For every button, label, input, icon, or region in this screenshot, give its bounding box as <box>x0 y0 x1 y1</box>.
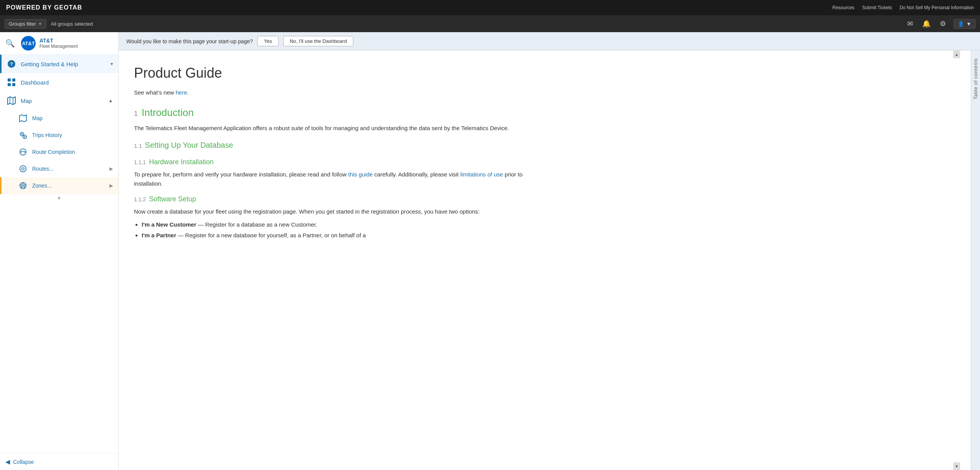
svg-marker-11 <box>20 115 26 122</box>
svg-point-18 <box>21 151 22 153</box>
svg-point-19 <box>24 151 26 153</box>
yes-button[interactable]: Yes <box>257 36 278 46</box>
sidebar: 🔍 AT&T AT&T Fleet Management <box>0 32 119 470</box>
route-completion-label: Route Completion <box>32 149 75 155</box>
routes-icon <box>18 164 28 173</box>
route-completion-icon <box>18 147 28 157</box>
user-menu-button[interactable]: 👤 ▼ <box>954 19 975 29</box>
zones-label: Zones... <box>32 183 105 189</box>
section-1-1-2-list: I'm a New Customer — Register for a data… <box>142 220 524 240</box>
svg-marker-8 <box>8 97 15 104</box>
nav-subitem-zones[interactable]: Zones... ▶ <box>0 177 118 194</box>
all-groups-text: All groups selected <box>51 21 93 27</box>
resources-link[interactable]: Resources <box>833 5 854 10</box>
trips-history-icon <box>18 131 28 140</box>
dashboard-label: Dashboard <box>21 79 113 86</box>
brand-area: Powered by GEOTAB <box>6 4 82 11</box>
svg-rect-7 <box>12 83 15 86</box>
scroll-down-arrow[interactable]: ▼ <box>953 462 960 470</box>
top-bar: Powered by GEOTAB Resources Submit Ticke… <box>0 0 980 15</box>
zones-icon <box>18 181 28 190</box>
groups-filter-label: Groups filter <box>9 21 36 27</box>
getting-started-icon: ? <box>7 59 16 69</box>
top-nav-links: Resources Submit Tickets Do Not Sell My … <box>833 5 974 10</box>
trips-history-label: Trips History <box>32 132 62 138</box>
here-link[interactable]: here <box>176 89 187 96</box>
search-icon[interactable]: 🔍 <box>5 39 15 48</box>
bell-icon-button[interactable]: 🔔 <box>921 18 932 29</box>
map-sub-label: Map <box>32 115 42 121</box>
mail-icon-button[interactable]: ✉ <box>906 18 915 29</box>
nav-subitem-trips-history[interactable]: Trips History <box>0 127 118 144</box>
powered-by-text: Powered by <box>6 4 52 11</box>
section-1-1-title: Setting Up Your Database <box>145 139 233 151</box>
doc-content: Product Guide See what's new here. 1 Int… <box>119 51 540 257</box>
map-sub-icon <box>18 114 28 123</box>
user-icon: 👤 <box>958 21 964 27</box>
zones-arrow: ▶ <box>109 183 113 188</box>
nav-subitem-map[interactable]: Map <box>0 110 118 127</box>
company-subtitle: Fleet Management <box>39 44 78 49</box>
section-1-1-2-header: 1.1.2 Software Setup <box>134 194 524 205</box>
toc-sidebar[interactable]: Table of contents <box>971 51 980 470</box>
section-1-1-1-header: 1.1.1 Hardware Installation <box>134 157 524 168</box>
subtitle: See what's new here. <box>134 88 524 97</box>
svg-point-24 <box>22 185 24 186</box>
section-1-number: 1 <box>134 108 138 119</box>
svg-text:AT&T: AT&T <box>22 41 35 46</box>
nav-subitem-route-completion[interactable]: Route Completion <box>0 144 118 160</box>
section-1-1-2-title: Software Setup <box>149 194 196 205</box>
section-1-1-1-body: To prepare for, perform and verify your … <box>134 170 524 188</box>
svg-point-13 <box>21 133 23 135</box>
settings-icon-button[interactable]: ⚙ <box>938 18 947 29</box>
svg-rect-6 <box>8 83 11 86</box>
content-scroll[interactable]: Product Guide See what's new here. 1 Int… <box>119 51 971 470</box>
company-info: AT&T Fleet Management <box>39 38 78 49</box>
user-chevron: ▼ <box>966 21 971 27</box>
getting-started-label: Getting Started & Help <box>21 61 106 67</box>
filter-bar: Groups filter ▼ All groups selected ✉ 🔔 … <box>0 15 980 32</box>
geotab-brand: GEOTAB <box>54 4 82 11</box>
section-1-1-2-number: 1.1.2 <box>134 195 146 204</box>
scroll-down-indicator: ▼ <box>0 194 118 202</box>
startup-banner: Would you like to make this page your st… <box>119 32 980 51</box>
this-guide-link[interactable]: this guide <box>348 171 372 178</box>
collapse-icon: ◀ <box>5 458 10 465</box>
list-item-partner: I'm a Partner — Register for a new datab… <box>142 231 524 240</box>
section-1-body: The Telematics Fleet Management Applicat… <box>134 124 524 133</box>
nav-subitem-routes[interactable]: Routes... ▶ <box>0 160 118 177</box>
map-chevron: ▲ <box>108 98 113 103</box>
company-logo: AT&T <box>21 36 36 51</box>
geotab-logo: Powered by GEOTAB <box>6 4 82 11</box>
subtitle-text: See what's new <box>134 89 176 96</box>
subtitle-suffix: . <box>187 89 189 96</box>
submit-tickets-link[interactable]: Submit Tickets <box>862 5 892 10</box>
section-1-1-header: 1.1 Setting Up Your Database <box>134 139 524 151</box>
collapse-label: Collapse <box>13 459 34 465</box>
routes-label: Routes... <box>32 166 105 172</box>
nav-item-dashboard[interactable]: Dashboard <box>0 73 118 91</box>
groups-filter-button[interactable]: Groups filter ▼ <box>5 19 46 29</box>
routes-arrow: ▶ <box>109 166 113 171</box>
section-1-1-2-body: Now create a database for your fleet usi… <box>134 207 524 216</box>
collapse-button[interactable]: ◀ Collapse <box>0 453 118 470</box>
section-1-header: 1 Introduction <box>134 105 524 121</box>
dashboard-icon <box>7 78 16 87</box>
section-1-1-1-title: Hardware Installation <box>149 157 214 168</box>
nav-item-map[interactable]: Map ▲ <box>0 91 118 110</box>
startup-question: Would you like to make this page your st… <box>126 38 253 44</box>
svg-text:?: ? <box>10 61 13 67</box>
svg-point-22 <box>23 168 24 170</box>
section-1-1-number: 1.1 <box>134 141 142 150</box>
do-not-sell-link[interactable]: Do Not Sell My Personal Information <box>900 5 974 10</box>
list-item-new-customer: I'm a New Customer — Register for a data… <box>142 220 524 229</box>
toc-label: Table of contents <box>973 58 978 100</box>
svg-rect-4 <box>8 78 11 82</box>
svg-rect-5 <box>12 78 15 82</box>
scroll-up-arrow[interactable]: ▲ <box>953 51 960 58</box>
limitations-link[interactable]: limitations of use <box>460 171 503 178</box>
filter-bar-right: ✉ 🔔 ⚙ 👤 ▼ <box>906 18 975 29</box>
no-dashboard-button[interactable]: No, I'll use the Dashboard <box>283 36 353 46</box>
groups-filter-chevron: ▼ <box>38 22 42 26</box>
nav-item-getting-started[interactable]: ? Getting Started & Help ▾ <box>0 55 118 73</box>
